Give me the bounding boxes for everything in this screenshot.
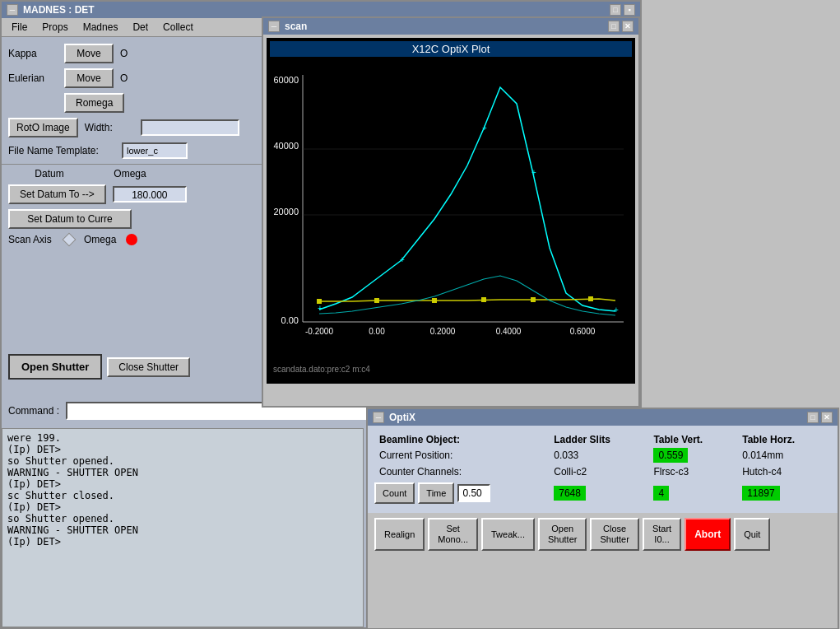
scan-title: scan: [285, 21, 307, 32]
plot-title: X12C OptiX Plot: [270, 41, 632, 57]
colli-c2-label: Colli-c2: [549, 464, 648, 480]
set-datum-button[interactable]: Set Datum To -->: [8, 184, 106, 204]
datum-label: Datum: [8, 168, 90, 179]
plot-area: X12C OptiX Plot 60000 40000 20000 0.00 -…: [267, 38, 635, 384]
realign-button[interactable]: Realign: [374, 518, 425, 551]
open-shutter-button[interactable]: Open Shutter: [8, 354, 102, 380]
plot-footer: scandata.dato:pre:c2 m:c4: [270, 363, 632, 375]
terminal-line-8: WARNING - SHUTTER OPEN: [7, 524, 358, 536]
kappa-move-button[interactable]: Move: [64, 44, 114, 63]
time-value-input[interactable]: [457, 484, 490, 502]
optix-maximize-icon[interactable]: □: [807, 412, 819, 423]
romega-button[interactable]: Romega: [64, 93, 124, 113]
main-title-bar: ─ MADNES : DET □ ▪: [2, 2, 640, 18]
width-input[interactable]: [141, 119, 239, 136]
count-button[interactable]: Count: [374, 482, 415, 504]
set-datum-current-button[interactable]: Set Datum to Curre: [8, 209, 132, 229]
svg-text:60000: 60000: [273, 75, 299, 85]
terminal-output: were 199. (Ip) DET> so Shutter opened. W…: [2, 428, 364, 627]
optix-button-row: Realign Set Mono... Tweak... Open Shutte…: [368, 513, 838, 556]
svg-text:0.6000: 0.6000: [570, 327, 596, 336]
current-pos-row: Current Position: 0.033 0.559 0.014mm: [374, 447, 831, 464]
menu-file[interactable]: File: [5, 20, 34, 35]
svg-text:0.00: 0.00: [281, 315, 299, 325]
terminal-line-9: (Ip) DET>: [7, 536, 358, 547]
val-colli: 7648: [554, 486, 586, 501]
val-flrsc: 4: [653, 486, 669, 501]
filename-input[interactable]: lower_c: [122, 142, 188, 159]
svg-rect-18: [588, 296, 593, 301]
count-values-row: Count Time 7648 4 11897: [374, 480, 831, 506]
svg-rect-17: [531, 297, 536, 302]
col-ladder: Ladder Slits: [549, 432, 648, 447]
menu-props[interactable]: Props: [35, 20, 74, 35]
counter-channels-label: Counter Channels:: [374, 464, 549, 480]
terminal-line-3: WARNING - SHUTTER OPEN: [7, 467, 358, 478]
omega-label: Omega: [97, 168, 163, 179]
minimize-icon[interactable]: ─: [7, 4, 18, 16]
scan-minimize-icon[interactable]: ─: [268, 21, 280, 32]
svg-rect-14: [374, 298, 379, 303]
filename-label: File Name Template:: [8, 145, 115, 156]
abort-optix-button[interactable]: Abort: [685, 518, 731, 551]
pos-table-vert-val: 0.559: [653, 448, 688, 463]
menu-collect[interactable]: Collect: [156, 20, 200, 35]
command-label: Command :: [8, 405, 59, 417]
omega-radio-icon[interactable]: [63, 233, 77, 247]
set-mono-button[interactable]: Set Mono...: [428, 518, 478, 551]
quit-button[interactable]: Quit: [734, 518, 770, 551]
optix-title: OptiX: [389, 412, 415, 423]
scan-maximize-icon[interactable]: □: [608, 21, 620, 32]
tweak-button[interactable]: Tweak...: [481, 518, 535, 551]
optix-minimize-icon[interactable]: ─: [373, 412, 384, 423]
kappa-label: Kappa: [8, 48, 58, 59]
filename-value: lower_c: [127, 146, 158, 156]
counter-header-row: Counter Channels: Colli-c2 Flrsc-c3 Hutc…: [374, 464, 831, 480]
restore-icon[interactable]: ▪: [624, 4, 635, 16]
terminal-line-2: so Shutter opened.: [7, 455, 358, 467]
time-button[interactable]: Time: [418, 482, 454, 504]
svg-text:+: +: [482, 123, 487, 133]
maximize-icon[interactable]: □: [610, 4, 621, 16]
svg-text:+: +: [318, 304, 323, 313]
main-window-title: MADNES : DET: [23, 4, 95, 16]
optix-content: Beamline Object: Ladder Slits Table Vert…: [368, 426, 838, 513]
scan-title-bar: ─ scan □ ✕: [263, 18, 638, 35]
eulerian-move-button[interactable]: Move: [64, 68, 114, 88]
datum-value-field[interactable]: 180.000: [113, 186, 187, 203]
menu-det[interactable]: Det: [126, 20, 155, 35]
close-shutter-button[interactable]: Close Shutter: [107, 357, 190, 377]
svg-text:-0.2000: -0.2000: [305, 327, 333, 336]
roto-image-button[interactable]: RotO Image: [8, 118, 78, 137]
menu-madnes[interactable]: Madnes: [77, 20, 125, 35]
open-shutter-optix-button[interactable]: Open Shutter: [538, 518, 587, 551]
flrsc-c3-label: Flrsc-c3: [648, 464, 737, 480]
red-indicator: [126, 234, 137, 245]
hutch-c4-label: Hutch-c4: [737, 464, 831, 480]
pos-table-horz-val: 0.014mm: [737, 447, 831, 464]
svg-text:0.2000: 0.2000: [430, 327, 456, 336]
scan-close-icon[interactable]: ✕: [622, 21, 633, 32]
omega-radio-label: Omega: [84, 234, 116, 245]
scan-window: ─ scan □ ✕ X12C OptiX Plot 60000 40000 2…: [262, 16, 640, 408]
svg-text:+: +: [400, 255, 405, 264]
width-label: Width:: [85, 122, 134, 133]
svg-text:+: +: [531, 168, 536, 177]
close-shutter-optix-button[interactable]: Close Shutter: [590, 518, 638, 551]
svg-text:40000: 40000: [273, 141, 299, 151]
terminal-line-0: were 199.: [7, 432, 358, 444]
optix-close-icon[interactable]: ✕: [821, 412, 833, 423]
scan-axis-label: Scan Axis: [8, 234, 58, 245]
col-table-vert: Table Vert.: [648, 432, 737, 447]
svg-text:+: +: [614, 305, 619, 314]
optix-title-bar: ─ OptiX □ ✕: [368, 409, 838, 426]
start-io-button[interactable]: Start I0...: [643, 518, 681, 551]
svg-rect-16: [481, 297, 486, 302]
pos-ladder-val: 0.033: [549, 447, 648, 464]
terminal-line-1: (Ip) DET>: [7, 444, 358, 455]
svg-text:0.4000: 0.4000: [496, 327, 522, 336]
terminal-line-7: so Shutter opened.: [7, 513, 358, 524]
optix-window: ─ OptiX □ ✕ Beamline Object: Ladder Slit…: [366, 408, 839, 629]
svg-rect-15: [432, 298, 437, 303]
optix-table: Beamline Object: Ladder Slits Table Vert…: [374, 432, 831, 506]
